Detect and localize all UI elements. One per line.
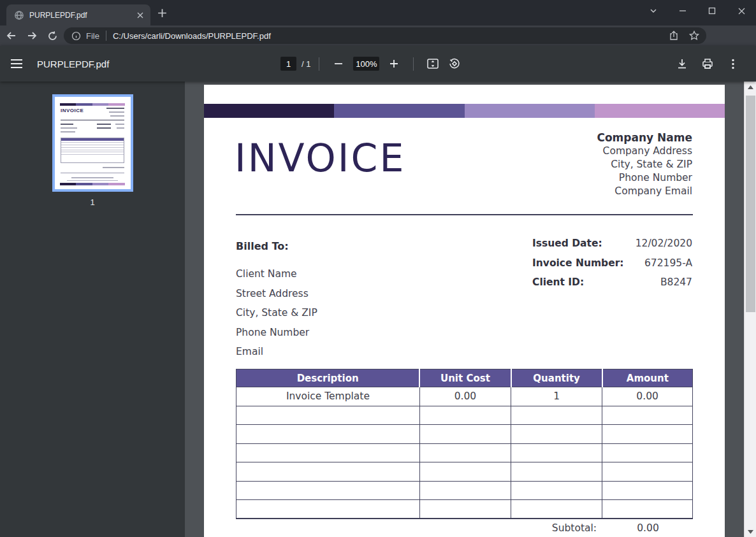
scroll-down-button[interactable] [745, 526, 756, 537]
cell-quantity: 1 [511, 387, 602, 406]
cell-quantity [511, 406, 602, 425]
meta-row-issued-date: Issued Date: 12/02/2020 [532, 238, 692, 257]
page-thumbnail[interactable]: INVOICE [52, 94, 133, 192]
url-scheme-label: File [86, 31, 99, 41]
cell-quantity [511, 425, 602, 444]
tab-title: PURPLEPDF.pdf [29, 11, 131, 20]
zoom-level-display[interactable]: 100% [353, 57, 379, 71]
header-unit-cost: Unit Cost [419, 369, 511, 387]
header-divider-line [236, 214, 693, 215]
thumbnail-table-row [61, 152, 124, 155]
reload-button[interactable] [43, 27, 61, 45]
close-window-button[interactable] [727, 0, 756, 22]
client-id-value: B8247 [660, 276, 692, 296]
client-street: Street Address [236, 284, 317, 303]
scroll-down-arrow-icon [748, 530, 753, 534]
cell-unit-cost [419, 406, 511, 425]
billed-to-block: Billed To: Client Name Street Address Ci… [236, 237, 317, 361]
new-tab-button[interactable] [157, 8, 168, 18]
cell-description [236, 462, 420, 482]
close-icon [738, 7, 746, 15]
omnibox[interactable]: File C:/Users/carli/Downloads/PURPLEPDF.… [64, 27, 706, 44]
thumbnail-text-line [61, 124, 73, 125]
gradient-segment [334, 104, 464, 118]
minus-icon [333, 59, 344, 69]
pdf-content-area: INVOICE [0, 82, 756, 537]
invoice-gradient-bar [204, 104, 725, 118]
address-bar: File C:/Users/carli/Downloads/PURPLEPDF.… [0, 25, 756, 46]
scrollbar-thumb[interactable] [746, 96, 755, 312]
zoom-out-button[interactable] [331, 56, 346, 71]
cell-description: Invoice Template [236, 387, 420, 406]
minimize-button[interactable] [668, 0, 697, 22]
cell-description [236, 481, 420, 500]
browser-tab[interactable]: PURPLEPDF.pdf [6, 4, 150, 25]
menu-hamburger-icon[interactable] [9, 56, 24, 71]
back-arrow-icon [6, 30, 17, 41]
billed-to-heading: Billed To: [236, 237, 317, 256]
cell-amount [602, 500, 693, 519]
cell-description [236, 443, 420, 462]
maximize-icon [708, 7, 716, 15]
table-row [236, 481, 693, 500]
gradient-segment [595, 104, 725, 118]
table-row [236, 500, 693, 519]
issued-date-value: 12/02/2020 [636, 238, 692, 257]
share-icon[interactable] [668, 30, 680, 41]
tab-close-icon[interactable] [135, 10, 145, 20]
thumbnail-text-line [67, 180, 119, 182]
pdf-more-options-button[interactable] [725, 56, 741, 71]
cell-quantity [511, 443, 602, 462]
bookmark-star-icon[interactable] [688, 30, 700, 41]
maximize-button[interactable] [697, 0, 727, 22]
thumbnail-text-line [61, 131, 75, 132]
thumbnail-text-line [117, 127, 124, 129]
window-controls [639, 0, 756, 25]
scroll-up-button[interactable] [745, 82, 756, 92]
page-number-input[interactable] [280, 57, 296, 71]
cell-quantity [511, 500, 602, 519]
line-items-table: Description Unit Cost Quantity Amount In… [236, 369, 693, 519]
invoice-number-label: Invoice Number: [532, 257, 624, 277]
cell-unit-cost [419, 500, 511, 519]
header-quantity: Quantity [511, 369, 602, 387]
table-row [236, 425, 693, 444]
thumbnail-text-line [97, 127, 111, 129]
thumbnail-text-line [97, 124, 111, 125]
subtotal-value: 0.00 [603, 522, 693, 534]
pdf-toolbar: PURPLEPDF.pdf / 1 100% [0, 46, 756, 82]
company-address: Company Address [597, 145, 692, 158]
pdf-page[interactable]: INVOICE Company Name Company Address Cit… [204, 85, 725, 537]
thumbnail-divider [61, 120, 124, 120]
meta-row-client-id: Client ID: B8247 [532, 276, 692, 296]
fit-page-icon [426, 57, 440, 71]
fit-to-page-button[interactable] [425, 56, 440, 71]
client-phone: Phone Number [236, 323, 317, 342]
cell-unit-cost [419, 462, 511, 482]
print-button[interactable] [700, 56, 715, 71]
cell-description [236, 425, 420, 444]
thumbnail-text-line [61, 127, 77, 129]
header-amount: Amount [602, 369, 693, 387]
download-button[interactable] [674, 56, 690, 71]
company-phone: Phone Number [597, 171, 692, 185]
invoice-title: INVOICE [235, 136, 405, 180]
cell-description [236, 500, 420, 519]
print-icon [701, 57, 714, 70]
back-button[interactable] [3, 27, 20, 45]
cell-unit-cost [419, 425, 511, 444]
thumbnail-text-line [61, 173, 124, 174]
zoom-in-button[interactable] [386, 56, 402, 71]
download-icon [676, 57, 688, 70]
rotate-button[interactable] [447, 56, 462, 71]
url-text[interactable]: C:/Users/carli/Downloads/PURPLEPDF.pdf [113, 31, 659, 41]
reload-icon [47, 31, 58, 41]
vertical-scrollbar[interactable] [744, 82, 756, 537]
invoice-meta-block: Issued Date: 12/02/2020 Invoice Number: … [532, 238, 692, 296]
tab-search-button[interactable] [639, 0, 668, 22]
thumbnail-bottom-bar [60, 183, 125, 185]
forward-button[interactable] [23, 27, 41, 45]
thumbnail-page-number: 1 [0, 197, 185, 207]
plus-icon [389, 59, 399, 69]
page-info-icon[interactable] [71, 31, 81, 41]
